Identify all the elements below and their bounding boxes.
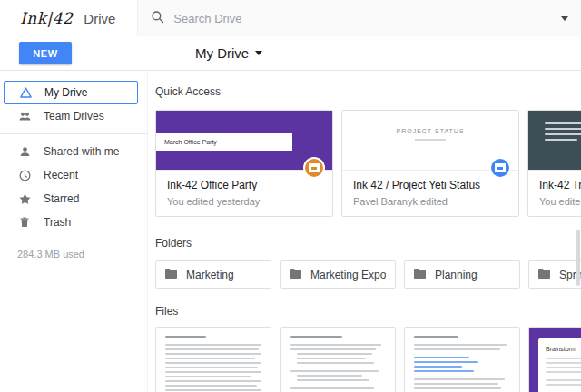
file-thumb-presentation[interactable]: Brainstorm — [528, 327, 581, 392]
sidebar-item-my-drive[interactable]: My Drive — [4, 81, 138, 104]
folder-icon — [537, 268, 551, 282]
star-icon — [17, 191, 32, 206]
sidebar-item-label: Trash — [44, 216, 71, 229]
team-drives-icon — [17, 109, 32, 123]
folder-icon — [413, 268, 427, 282]
scrollbar-thumb[interactable] — [576, 230, 580, 286]
quick-access-row: March Office Party Ink-42 Office Party Y… — [155, 110, 581, 217]
card-title: Ink-42 Training — [539, 179, 581, 191]
folder-icon — [289, 268, 302, 282]
sidebar-item-label: Team Drives — [44, 110, 104, 122]
card-title: Ink 42 / Project Yeti Status — [353, 179, 507, 191]
sidebar-item-team-drives[interactable]: Team Drives — [0, 104, 147, 128]
card-info: Ink-42 Training You edited at s — [528, 171, 581, 216]
person-icon — [17, 144, 32, 159]
search-icon[interactable] — [151, 10, 164, 26]
files-heading: Files — [155, 305, 581, 318]
content-area: My Drive Team Drives Shared with me Rece… — [0, 71, 581, 392]
search-input[interactable] — [173, 12, 552, 25]
file-thumb-document[interactable] — [404, 327, 520, 392]
clock-icon — [17, 168, 32, 182]
thumbnail-underline — [415, 139, 446, 141]
sidebar-item-trash[interactable]: Trash — [0, 211, 147, 234]
quick-access-card[interactable]: March Office Party Ink-42 Office Party Y… — [155, 110, 333, 217]
folder-tile[interactable]: Marketing Expo — [280, 260, 396, 289]
folders-heading: Folders — [155, 237, 581, 250]
files-row: Brainstorm — [155, 327, 581, 392]
sidebar-item-label: My Drive — [44, 86, 87, 99]
sidebar-item-label: Recent — [44, 169, 78, 181]
sidebar: My Drive Team Drives Shared with me Rece… — [0, 71, 148, 392]
sidebar-item-label: Shared with me — [44, 145, 119, 158]
card-title: Ink-42 Office Party — [167, 179, 321, 191]
chevron-down-icon — [255, 51, 262, 55]
card-subtitle: Pavel Baranyk edited — [353, 196, 507, 207]
slide-inner-card: Brainstorm — [538, 338, 581, 392]
sidebar-item-recent[interactable]: Recent — [0, 163, 147, 187]
slides-file-badge-icon — [303, 157, 325, 179]
card-thumbnail: PROJECT STATUS — [342, 111, 518, 171]
folder-tile[interactable]: Spring 1 — [528, 260, 581, 289]
file-thumb-document[interactable] — [155, 327, 271, 392]
sidebar-divider — [0, 133, 147, 134]
thumbnail-slide-title: PROJECT STATUS — [342, 111, 518, 134]
thumbnail-slide-title: March Office Party — [156, 133, 292, 151]
brand-logo: Ink|42 — [20, 9, 73, 27]
drive-icon — [18, 85, 33, 100]
top-bar: Ink|42 Drive — [0, 0, 581, 36]
card-subtitle: You edited yesterday — [167, 196, 321, 207]
folder-name: Marketing Expo — [310, 269, 386, 281]
slide-title: Brainstorm — [546, 346, 581, 352]
file-thumb-document[interactable] — [280, 327, 396, 392]
card-subtitle: You edited at s — [539, 196, 581, 207]
folder-name: Marketing — [186, 269, 234, 281]
search-options-caret-icon[interactable] — [561, 16, 568, 21]
sidebar-item-shared-with-me[interactable]: Shared with me — [0, 140, 147, 163]
toolbar-row: NEW My Drive — [0, 36, 581, 71]
new-button[interactable]: NEW — [19, 42, 72, 64]
location-dropdown[interactable]: My Drive — [195, 45, 262, 61]
storage-usage-text: 284.3 MB used — [0, 249, 147, 260]
trash-icon — [17, 215, 32, 230]
sidebar-item-starred[interactable]: Starred — [0, 187, 147, 211]
card-thumbnail — [528, 111, 581, 171]
card-info: Ink-42 Office Party You edited yesterday — [156, 171, 332, 216]
thumbnail-text-lines — [545, 122, 581, 144]
quick-access-card[interactable]: PROJECT STATUS Ink 42 / Project Yeti Sta… — [341, 110, 519, 217]
folder-tile[interactable]: Planning — [404, 260, 520, 289]
main-panel: Quick Access March Office Party Ink-42 O… — [148, 71, 581, 392]
app-name: Drive — [84, 11, 115, 26]
card-thumbnail: March Office Party — [156, 111, 332, 171]
card-info: Ink 42 / Project Yeti Status Pavel Baran… — [342, 171, 518, 216]
quick-access-heading: Quick Access — [155, 85, 581, 98]
folder-tile[interactable]: Marketing — [155, 260, 271, 289]
slides-file-badge-icon — [489, 157, 511, 179]
folder-icon — [164, 268, 178, 282]
quick-access-card[interactable]: Ink-42 Training You edited at s — [527, 110, 581, 217]
sidebar-item-label: Starred — [44, 192, 79, 205]
location-label: My Drive — [195, 45, 249, 61]
folder-name: Planning — [435, 269, 478, 281]
folders-row: Marketing Marketing Expo Planning Spring… — [155, 260, 581, 289]
search-bar[interactable] — [137, 0, 581, 36]
